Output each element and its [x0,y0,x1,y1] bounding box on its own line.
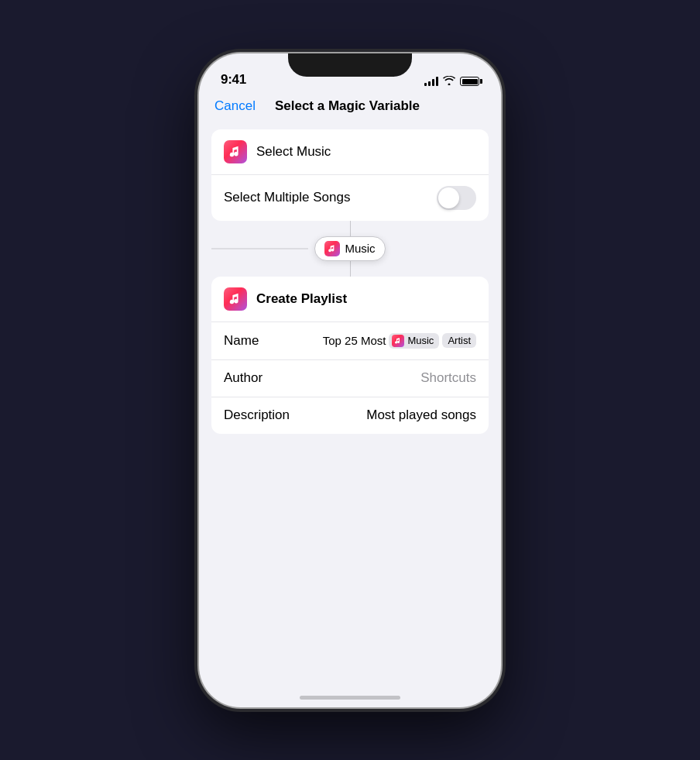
status-time: 9:41 [221,72,246,88]
music-app-icon [224,140,247,163]
select-multiple-songs-row[interactable]: Select Multiple Songs [211,174,489,221]
wifi-icon [443,76,455,88]
notch [288,53,412,77]
select-multiple-songs-label: Select Multiple Songs [224,190,437,205]
battery-icon [460,77,479,86]
magic-variable-music-icon [324,241,340,256]
cancel-button[interactable]: Cancel [214,98,256,114]
magic-variable-label: Music [345,242,375,255]
music-token-icon [392,335,404,347]
description-field-row[interactable]: Description Most played songs [211,397,489,434]
connector-line-top [350,221,351,236]
create-playlist-header: Create Playlist [211,277,489,322]
main-content: Select Music Select Multiple Songs [199,123,501,440]
select-music-card: Select Music Select Multiple Songs [211,129,489,221]
name-label: Name [224,333,309,349]
create-playlist-music-icon [224,287,247,311]
author-label: Author [224,370,309,386]
artist-token[interactable]: Artist [442,333,476,348]
author-placeholder: Shortcuts [309,370,476,386]
music-token-label: Music [407,335,434,346]
select-music-row[interactable]: Select Music [211,129,489,174]
pointer-line [211,248,308,249]
signal-icon [424,77,439,86]
phone-frame: 9:41 Cancel Select a Magic Variabl [199,53,501,707]
page-title: Select a Magic Variable [275,98,420,114]
create-playlist-card: Create Playlist Name Top 25 Most Music [211,277,489,434]
artist-token-label: Artist [448,335,471,346]
navigation-bar: Cancel Select a Magic Variable [199,92,501,123]
connector-line-bottom [350,261,351,277]
name-value: Top 25 Most Music Artist [309,333,476,349]
name-field-row[interactable]: Name Top 25 Most Music Artist [211,322,489,359]
select-music-label: Select Music [256,144,476,160]
description-value: Most played songs [309,408,476,423]
status-icons [424,76,480,88]
description-label: Description [224,408,309,423]
author-field-row[interactable]: Author Shortcuts [211,359,489,397]
create-playlist-label: Create Playlist [256,291,347,307]
magic-variable-bubble[interactable]: Music [314,236,385,261]
home-indicator [300,696,400,700]
music-token[interactable]: Music [389,333,439,349]
toggle-knob [438,187,459,208]
select-multiple-toggle[interactable] [437,186,476,210]
name-text: Top 25 Most [323,334,386,347]
